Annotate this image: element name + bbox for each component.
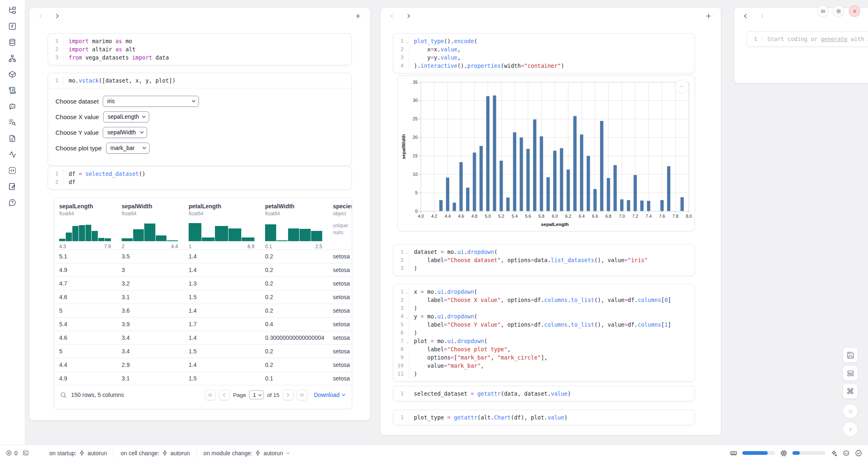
code-line[interactable]: 1selected_dataset = getattr(data, datase…	[393, 390, 695, 398]
check-circle-icon[interactable]	[855, 449, 862, 457]
command-palette-button[interactable]: ⌘	[843, 383, 858, 399]
prev-page-button[interactable]	[219, 390, 230, 400]
runtime-config-1[interactable]: on startup:autorun	[49, 450, 107, 456]
code-cell-selected-dataset[interactable]: 1selected_dataset = getattr(data, datase…	[393, 386, 695, 401]
code-line[interactable]: 2df	[48, 178, 351, 186]
code-line[interactable]: 10 value="mark_bar",	[393, 362, 695, 370]
menu-button[interactable]	[817, 5, 829, 17]
save-button[interactable]	[843, 347, 858, 363]
code-line[interactable]: 2 label="Choose dataset", options=data.l…	[393, 256, 695, 264]
code-line[interactable]: 4).interactive().properties(width="conta…	[393, 62, 695, 70]
table-column-header[interactable]: petalWidthfloat640.12.5	[260, 203, 328, 249]
table-cell: 2.9	[117, 362, 184, 368]
stop-button[interactable]	[843, 404, 858, 419]
column-name[interactable]: sepalWidth	[122, 203, 184, 210]
column-name[interactable]: petalLength	[189, 203, 260, 210]
runtime-config-2[interactable]: on cell change:autorun	[120, 450, 190, 456]
log-search-icon[interactable]	[8, 118, 17, 127]
copilot-icon[interactable]	[843, 449, 850, 457]
bar-chart[interactable]: 4.04.24.44.64.85.05.25.45.65.86.06.26.46…	[398, 76, 695, 232]
sitemap-icon[interactable]	[8, 54, 17, 63]
dropdown-select[interactable]: sepalWidth	[103, 127, 147, 138]
settings-button[interactable]	[833, 5, 844, 17]
code-square-icon[interactable]	[8, 166, 17, 175]
table-column-header[interactable]: sepalLengthfloat644.37.9	[54, 203, 117, 249]
notebook-pen-icon[interactable]	[8, 182, 17, 191]
add-cell-button[interactable]	[704, 12, 713, 20]
sparkles-icon[interactable]	[830, 449, 838, 457]
code-line[interactable]: 4⌄y = mo.ui.dropdown(	[393, 312, 695, 320]
code-cell-df[interactable]: 1df = selected_dataset()2df	[48, 166, 352, 190]
code-line[interactable]: 8 label="Choose plot type",	[393, 345, 695, 353]
first-page-button[interactable]	[205, 390, 216, 400]
add-cell-button[interactable]	[354, 12, 362, 20]
code-line[interactable]: 2 label="Choose X value", options=df.col…	[393, 296, 695, 304]
dropdown-select[interactable]: iris	[103, 96, 199, 107]
file-tree-icon[interactable]	[8, 6, 17, 15]
dropdown-select[interactable]: mark_bar	[106, 143, 150, 154]
column-name[interactable]: sepalLength	[59, 203, 117, 210]
database-icon[interactable]	[8, 38, 17, 47]
last-page-button[interactable]	[297, 390, 307, 400]
function-square-icon[interactable]	[8, 22, 17, 31]
column-prev-button[interactable]	[388, 12, 396, 20]
column-name[interactable]: petalWidth	[265, 203, 328, 210]
altair-chart-output[interactable]: 4.04.24.44.64.85.05.25.45.65.86.06.26.46…	[397, 75, 695, 231]
shutdown-button[interactable]	[849, 5, 860, 17]
code-cell-plot-type[interactable]: 1plot_type = getattr(alt.Chart(df), plot…	[393, 410, 695, 425]
code-line[interactable]: 3from vega_datasets import data	[48, 53, 351, 62]
layout-button[interactable]	[843, 365, 858, 381]
column-next-button[interactable]	[758, 12, 766, 20]
code-line[interactable]: 6)	[393, 329, 695, 337]
code-cell-dataset-dropdown[interactable]: 1⌄dataset = mo.ui.dropdown(2 label="Choo…	[393, 244, 695, 276]
column-prev-button[interactable]	[741, 12, 750, 20]
code-line[interactable]: 1import marimo as mo	[48, 37, 351, 45]
error-count-badge[interactable]: 0	[6, 450, 18, 456]
table-column-header[interactable]: speciesobjectunique:nulls:	[328, 203, 352, 249]
code-line[interactable]: 7⌄plot = mo.ui.dropdown(	[393, 337, 695, 345]
code-line[interactable]: 3 y=y.value,	[393, 53, 695, 62]
page-select[interactable]: 1	[249, 390, 263, 399]
code-line[interactable]: 1plot_type = getattr(alt.Chart(df), plot…	[393, 413, 695, 422]
code-line[interactable]: 2import altair as alt	[48, 45, 351, 53]
code-cell-plot[interactable]: 1⌄plot_type().encode(2 x=x.value,3 y=y.v…	[393, 33, 695, 74]
code-cell-vstack[interactable]: 1mo.vstack([dataset, x, y, plot])Choose …	[48, 73, 352, 166]
code-line[interactable]: 3)	[393, 264, 695, 272]
package-icon[interactable]	[8, 70, 17, 79]
code-text: x = mo.ui.dropdown(	[409, 288, 478, 296]
runtime-config-3[interactable]: on module change:autorun	[203, 450, 291, 456]
code-cell-xy-plot-dropdowns[interactable]: 1⌄x = mo.ui.dropdown(2 label="Choose X v…	[393, 284, 695, 382]
next-page-button[interactable]	[283, 390, 293, 400]
column-prev-button[interactable]	[37, 12, 45, 20]
column-name[interactable]: species	[333, 203, 352, 210]
code-line[interactable]: 1mo.vstack([dataset, x, y, plot])	[48, 76, 351, 85]
code-line[interactable]: 3)	[393, 304, 695, 312]
run-button[interactable]	[843, 422, 858, 437]
activity-icon[interactable]	[8, 150, 17, 159]
column-next-button[interactable]	[53, 12, 61, 20]
code-line[interactable]: 2 x=x.value,	[393, 45, 695, 53]
table-column-header[interactable]: petalLengthfloat6416.9	[184, 203, 260, 249]
code-line[interactable]: 11)	[393, 370, 695, 378]
code-line[interactable]: 1⌄plot_type().encode(	[393, 37, 695, 45]
code-line[interactable]: 9 options=["mark_bar", "mark_circle"],	[393, 353, 695, 362]
code-line[interactable]: 5 label="Choose Y value", options=df.col…	[393, 320, 695, 329]
terminal-button[interactable]	[23, 450, 29, 456]
code-line[interactable]: 1df = selected_dataset()	[48, 170, 351, 178]
empty-code-cell[interactable]: 1 Start coding or generate with AI.	[746, 31, 868, 47]
code-cell-imports[interactable]: 1import marimo as mo2import altair as al…	[48, 33, 352, 65]
table-column-header[interactable]: sepalWidthfloat6424.4	[117, 203, 184, 249]
help-bubble-icon[interactable]	[8, 198, 17, 207]
dropdown-select[interactable]: sepalLength	[103, 111, 149, 122]
chart-actions-button[interactable]	[675, 80, 689, 94]
generate-with-ai-link[interactable]: generate	[821, 36, 847, 42]
download-button[interactable]: Download	[314, 392, 346, 398]
search-icon[interactable]	[60, 392, 67, 399]
svg-text:0: 0	[415, 209, 418, 214]
code-line[interactable]: 1⌄x = mo.ui.dropdown(	[393, 288, 695, 296]
code-line[interactable]: 1⌄dataset = mo.ui.dropdown(	[393, 248, 695, 256]
file-text-icon[interactable]	[8, 134, 17, 143]
bot-message-icon[interactable]	[8, 102, 17, 111]
scroll-text-icon[interactable]	[8, 86, 17, 95]
column-next-button[interactable]	[404, 12, 413, 20]
